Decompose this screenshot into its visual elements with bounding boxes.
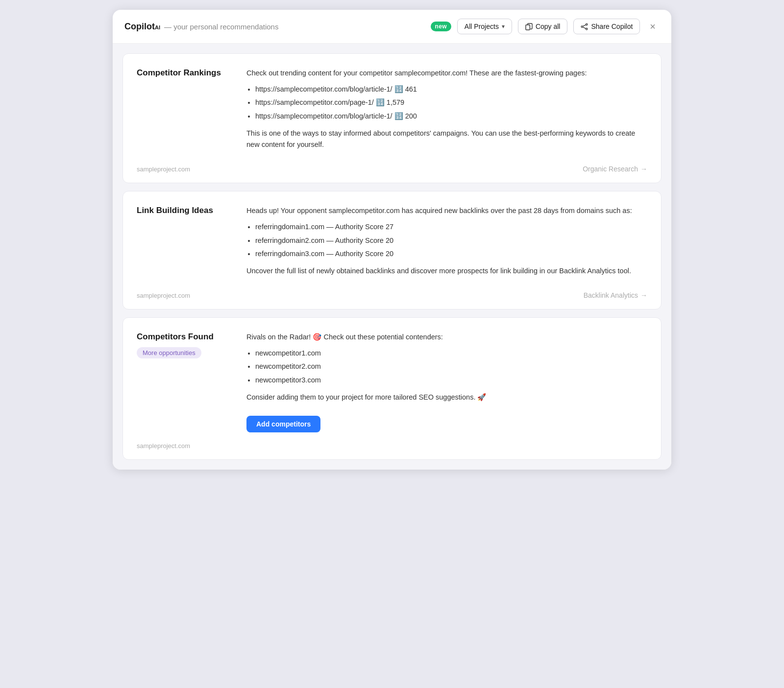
card-body: Competitor Rankings Check out trending c…: [137, 68, 647, 155]
card-left: Competitor Rankings: [137, 68, 235, 155]
list-item: newcompetitor2.com: [255, 361, 647, 372]
card-footer: sampleproject.com: [137, 442, 647, 450]
close-button[interactable]: ×: [646, 19, 660, 34]
card-left: Competitors Found More opportunities: [137, 332, 235, 432]
svg-line-5: [583, 27, 586, 28]
card-left: Link Building Ideas: [137, 205, 235, 282]
backlink-analytics-link[interactable]: Backlink Analytics →: [584, 291, 647, 299]
card-footer: sampleproject.com Backlink Analytics →: [137, 291, 647, 299]
link-building-card: Link Building Ideas Heads up! Your oppon…: [122, 191, 662, 309]
card-bullets: https://samplecompetitor.com/blog/articl…: [255, 84, 647, 122]
card-intro: Heads up! Your opponent samplecompetitor…: [246, 205, 647, 216]
card-title: Competitor Rankings: [137, 68, 235, 78]
card-intro: Rivals on the Radar! 🎯 Check out these p…: [246, 332, 647, 343]
card-intro: Check out trending content for your comp…: [246, 68, 647, 79]
new-badge: new: [431, 22, 451, 31]
organic-research-link[interactable]: Organic Research →: [583, 165, 647, 173]
card-domain: sampleproject.com: [137, 292, 190, 299]
svg-rect-0: [526, 24, 530, 29]
more-opportunities-badge: More opportunities: [137, 347, 201, 358]
copy-all-button[interactable]: Copy all: [518, 19, 568, 34]
title-copilot: Copilot: [124, 22, 155, 32]
projects-label: All Projects: [465, 23, 499, 30]
copy-all-label: Copy all: [536, 23, 561, 30]
header-subtitle: — your personal recommendations: [164, 23, 278, 31]
card-bullets: referringdomain1.com — Authority Score 2…: [255, 221, 647, 260]
card-body: Competitors Found More opportunities Riv…: [137, 332, 647, 432]
list-item: newcompetitor3.com: [255, 375, 647, 386]
share-label: Share Copilot: [591, 23, 633, 30]
arrow-right-icon: →: [640, 291, 647, 299]
competitors-found-card: Competitors Found More opportunities Riv…: [122, 317, 662, 460]
card-domain: sampleproject.com: [137, 442, 190, 450]
card-footer: sampleproject.com Organic Research →: [137, 165, 647, 173]
list-item: referringdomain1.com — Authority Score 2…: [255, 221, 647, 233]
svg-line-4: [583, 24, 586, 26]
link-label: Organic Research: [583, 165, 638, 173]
card-outro: Uncover the full list of newly obtained …: [246, 265, 647, 277]
list-item: https://samplecompetitor.com/blog/articl…: [255, 111, 647, 122]
card-content: Check out trending content for your comp…: [246, 68, 647, 155]
share-copilot-button[interactable]: Share Copilot: [573, 19, 640, 34]
card-body: Link Building Ideas Heads up! Your oppon…: [137, 205, 647, 282]
card-content: Heads up! Your opponent samplecompetitor…: [246, 205, 647, 282]
card-title: Link Building Ideas: [137, 205, 235, 216]
panel-header: CopilotAI — your personal recommendation…: [113, 10, 671, 44]
copilot-panel: CopilotAI — your personal recommendation…: [113, 10, 671, 470]
card-bullets: newcompetitor1.com newcompetitor2.com ne…: [255, 348, 647, 386]
card-domain: sampleproject.com: [137, 166, 190, 173]
list-item: https://samplecompetitor.com/blog/articl…: [255, 84, 647, 95]
card-title: Competitors Found: [137, 332, 235, 342]
link-label: Backlink Analytics: [584, 291, 638, 299]
copy-icon: [525, 23, 533, 30]
list-item: referringdomain2.com — Authority Score 2…: [255, 235, 647, 246]
cards-container: Competitor Rankings Check out trending c…: [113, 44, 671, 470]
list-item: newcompetitor1.com: [255, 348, 647, 359]
svg-point-3: [586, 28, 588, 29]
svg-point-1: [586, 24, 588, 25]
arrow-right-icon: →: [640, 165, 647, 173]
title-ai: AI: [155, 24, 160, 30]
panel-title: CopilotAI — your personal recommendation…: [124, 22, 278, 32]
competitor-rankings-card: Competitor Rankings Check out trending c…: [122, 53, 662, 183]
share-icon: [581, 23, 588, 30]
card-outro: This is one of the ways to stay informed…: [246, 128, 647, 150]
card-outro: Consider adding them to your project for…: [246, 392, 647, 403]
card-content: Rivals on the Radar! 🎯 Check out these p…: [246, 332, 647, 432]
chevron-down-icon: ▾: [502, 23, 505, 30]
add-competitors-button[interactable]: Add competitors: [246, 416, 320, 432]
svg-point-2: [582, 25, 583, 27]
all-projects-button[interactable]: All Projects ▾: [457, 19, 512, 34]
list-item: https://samplecompetitor.com/page-1/ 🔢 1…: [255, 97, 647, 108]
list-item: referringdomain3.com — Authority Score 2…: [255, 248, 647, 260]
